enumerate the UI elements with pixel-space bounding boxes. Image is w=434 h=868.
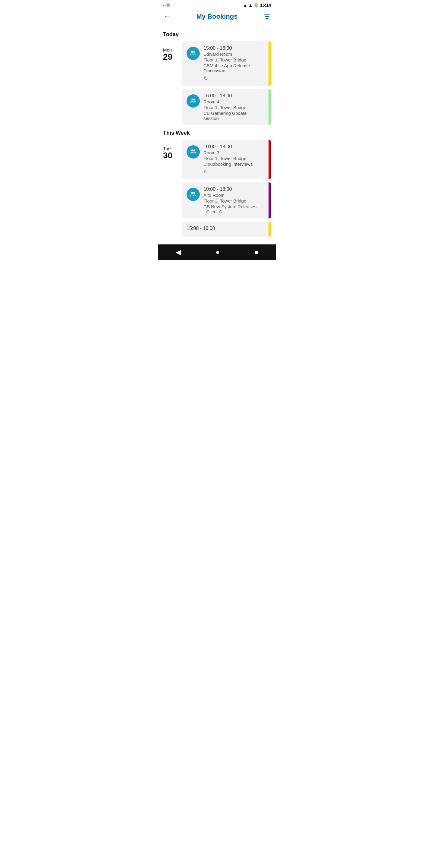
booking-details: 10:00 - 18:00Alto RoomFloor 2, Tower Bri… — [204, 187, 259, 214]
booking-location: Floor 2, Tower Bridge — [204, 198, 259, 204]
bottom-navigation: ◀ ● ■ — [158, 244, 276, 260]
back-button[interactable]: ← — [164, 13, 170, 21]
time-display: 15:14 — [260, 3, 271, 7]
status-right-icons: ▲ ▲ 🔋 15:14 — [243, 3, 271, 7]
svg-point-1 — [193, 51, 195, 53]
filter-line-1 — [264, 14, 270, 16]
bookings-list: 10:00 - 18:00Room 3Floor 1, Tower Bridge… — [182, 140, 271, 237]
booking-time: 15:00 - 16:00 — [204, 45, 259, 51]
day-name-text: Tue — [163, 146, 179, 151]
svg-point-4 — [191, 150, 193, 152]
status-circle-icon — [166, 3, 170, 7]
booking-room: Room 4 — [204, 99, 259, 104]
sim-icon: ▪ — [163, 3, 164, 7]
booking-location: Floor 1, Tower Bridge — [204, 156, 253, 161]
recurring-icon: ↻ — [204, 75, 259, 82]
booking-room: Alto Room — [204, 193, 259, 198]
booking-card-partial[interactable]: 15:00 - 16:00 — [182, 221, 271, 237]
booking-title: Cloudbooking Interviews — [204, 161, 253, 167]
recurring-icon: ↻ — [204, 168, 253, 175]
day-label-1-0: Tue30 — [163, 140, 179, 160]
booking-time: 10:00 - 18:00 — [204, 187, 259, 192]
bookings-list: 15:00 - 16:00Edward RoomFloor 1, Tower B… — [182, 41, 271, 125]
booking-title: CBMobile App Release Discussion — [204, 63, 259, 73]
svg-point-5 — [193, 150, 195, 152]
nav-back-button[interactable]: ◀ — [176, 248, 181, 256]
day-group-1-0: Tue30 10:00 - 18:00Room 3Floor 1, Tower … — [163, 140, 271, 237]
svg-point-3 — [193, 98, 195, 101]
status-bar: ▪ ▲ ▲ 🔋 15:14 — [158, 0, 276, 10]
booking-card[interactable]: 15:00 - 16:00Edward RoomFloor 1, Tower B… — [182, 41, 271, 86]
booking-time: 15:00 - 16:00 — [187, 226, 215, 231]
booking-details: 16:00 - 18:00Room 4Floor 1, Tower Bridge… — [204, 93, 259, 121]
nav-home-button[interactable]: ● — [216, 248, 219, 256]
booking-card[interactable]: 10:00 - 18:00Room 3Floor 1, Tower Bridge… — [182, 140, 271, 179]
booking-time: 10:00 - 18:00 — [204, 144, 253, 150]
svg-point-6 — [191, 192, 193, 194]
day-name-text: Mon — [163, 47, 179, 53]
booking-location: Floor 1, Tower Bridge — [204, 57, 259, 62]
booking-time: 16:00 - 18:00 — [204, 93, 259, 98]
booking-people-icon — [187, 145, 200, 158]
svg-point-2 — [191, 98, 193, 101]
section-label-1: This Week — [163, 130, 271, 136]
booking-room: Edward Room — [204, 52, 259, 57]
booking-card[interactable]: 10:00 - 18:00Alto RoomFloor 2, Tower Bri… — [182, 182, 271, 218]
filter-line-3 — [266, 18, 269, 19]
filter-line-2 — [265, 16, 270, 17]
wifi-icon: ▲ — [243, 3, 247, 7]
booking-title: CB Gathering Update session — [204, 111, 259, 121]
page-title: My Bookings — [196, 13, 238, 21]
section-label-0: Today — [163, 31, 271, 38]
status-left-icons: ▪ — [163, 3, 170, 7]
day-label-0-0: Mon29 — [163, 41, 179, 62]
booking-title: CB New System Releases - Client S... — [204, 204, 259, 214]
section-1: This WeekTue30 10:00 - 18:00Room 3Floor … — [163, 130, 271, 237]
header: ← My Bookings — [158, 10, 276, 24]
booking-details: 15:00 - 16:00Edward RoomFloor 1, Tower B… — [204, 45, 259, 82]
booking-room: Room 3 — [204, 150, 253, 155]
filter-button[interactable] — [264, 14, 270, 19]
svg-point-0 — [191, 51, 193, 53]
booking-location: Floor 1, Tower Bridge — [204, 105, 259, 110]
svg-point-7 — [193, 192, 195, 194]
section-0: TodayMon29 15:00 - 16:00Edward RoomFloor… — [163, 31, 271, 125]
signal-icon: ▲ — [248, 3, 253, 7]
day-number-text: 29 — [163, 53, 179, 62]
day-number-text: 30 — [163, 151, 179, 160]
day-group-0-0: Mon29 15:00 - 16:00Edward RoomFloor 1, T… — [163, 41, 271, 125]
main-content: TodayMon29 15:00 - 16:00Edward RoomFloor… — [158, 24, 276, 244]
nav-recent-button[interactable]: ■ — [254, 248, 258, 256]
booking-card[interactable]: 16:00 - 18:00Room 4Floor 1, Tower Bridge… — [182, 89, 271, 125]
booking-people-icon — [187, 94, 200, 107]
booking-details: 10:00 - 18:00Room 3Floor 1, Tower Bridge… — [204, 144, 253, 175]
booking-people-icon — [187, 188, 200, 201]
battery-icon: 🔋 — [254, 3, 259, 7]
booking-people-icon — [187, 47, 200, 60]
